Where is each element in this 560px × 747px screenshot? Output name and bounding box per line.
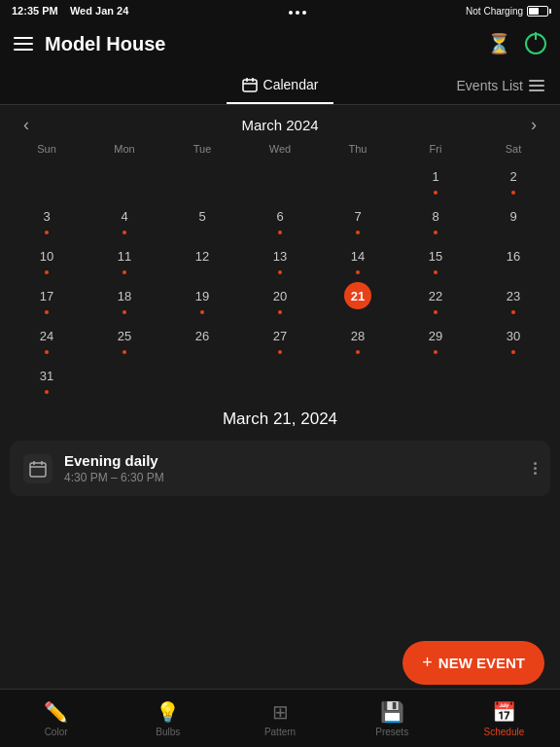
tab-calendar[interactable]: Calendar [227, 66, 334, 104]
power-icon[interactable] [525, 33, 546, 54]
tab-events-list-label: Events List [457, 78, 523, 93]
header-right: ⏳ [487, 32, 546, 55]
dot1 [289, 11, 293, 15]
calendar-day-number: 23 [500, 282, 527, 309]
calendar-day-cell[interactable]: 3 [8, 198, 86, 236]
calendar-day-number: 24 [33, 322, 60, 349]
calendar-day-cell[interactable] [241, 358, 319, 396]
calendar-day-cell[interactable]: 2 [474, 159, 552, 196]
calendar-day-cell[interactable] [163, 159, 241, 196]
status-bar: 12:35 PM Wed Jan 24 Not Charging [0, 0, 560, 21]
new-event-button[interactable]: + NEW EVENT [402, 641, 544, 685]
calendar-day-cell[interactable]: 1 [397, 159, 474, 196]
calendar-day-cell[interactable]: 9 [474, 198, 552, 236]
calendar-day-number [266, 162, 294, 190]
day-header-mon: Mon [86, 141, 163, 157]
nav-item-schedule[interactable]: 📅 Schedule [448, 700, 560, 737]
event-time: 4:30 PM – 6:30 PM [64, 471, 522, 484]
calendar-day-cell[interactable]: 10 [8, 238, 86, 276]
calendar-day-number: 20 [266, 282, 294, 309]
calendar-day-cell[interactable]: 6 [241, 198, 319, 236]
prev-month-button[interactable]: ‹ [16, 115, 37, 135]
bulb-icon: 💡 [156, 700, 180, 724]
calendar-day-cell[interactable]: 15 [397, 238, 474, 276]
not-charging-label: Not Charging [466, 6, 523, 17]
event-info: Evening daily 4:30 PM – 6:30 PM [64, 452, 522, 484]
calendar-day-number: 17 [33, 282, 60, 309]
calendar-day-cell[interactable]: 27 [241, 318, 319, 356]
calendar-day-cell[interactable]: 26 [163, 318, 241, 356]
calendar-day-cell[interactable]: 18 [86, 278, 163, 316]
schedule-icon: 📅 [492, 700, 516, 724]
calendar-day-dot [278, 270, 282, 274]
calendar-day-cell[interactable]: 17 [8, 278, 86, 316]
hamburger-menu-button[interactable] [14, 37, 33, 51]
calendar-day-cell[interactable]: 19 [163, 278, 241, 316]
calendar-day-cell[interactable]: 22 [397, 278, 474, 316]
day-header-tue: Tue [163, 141, 241, 157]
calendar-day-cell[interactable]: 11 [86, 238, 163, 276]
svg-rect-6 [529, 89, 544, 91]
calendar-day-cell[interactable] [86, 159, 163, 196]
list-icon [529, 80, 544, 91]
calendar-day-number: 10 [33, 242, 60, 269]
calendar-day-cell[interactable] [397, 358, 474, 396]
calendar-day-dot [511, 350, 515, 354]
calendar-day-cell[interactable]: 4 [86, 198, 163, 236]
event-card[interactable]: Evening daily 4:30 PM – 6:30 PM [10, 441, 550, 496]
calendar-day-cell[interactable]: 31 [8, 358, 86, 396]
status-date: Wed Jan 24 [70, 5, 128, 17]
calendar-day-cell[interactable]: 28 [319, 318, 397, 356]
calendar-day-cell[interactable]: 13 [241, 238, 319, 276]
calendar-day-cell[interactable]: 25 [86, 318, 163, 356]
calendar-day-dot [434, 231, 438, 234]
calendar-day-dot [511, 191, 515, 195]
calendar-day-number [189, 162, 216, 190]
calendar-day-dot [278, 310, 282, 314]
calendar-day-cell[interactable] [86, 358, 163, 396]
calendar-day-cell[interactable]: 24 [8, 318, 86, 356]
event-context-menu-button[interactable] [534, 462, 537, 475]
calendar-day-cell[interactable] [163, 358, 241, 396]
calendar-day-cell[interactable]: 8 [397, 198, 474, 236]
header-left: Model House [14, 33, 165, 55]
calendar-day-cell[interactable]: 21 [319, 278, 397, 316]
event-card-icon [23, 454, 52, 483]
status-time-date: 12:35 PM Wed Jan 24 [12, 5, 128, 17]
battery-level [529, 8, 539, 15]
calendar-day-cell[interactable]: 29 [397, 318, 474, 356]
nav-item-presets[interactable]: 💾 Presets [336, 700, 448, 737]
calendar-day-cell[interactable]: 30 [474, 318, 552, 356]
calendar-day-cell[interactable]: 14 [319, 238, 397, 276]
calendar-day-cell[interactable] [474, 358, 552, 396]
calendar-day-dot [45, 231, 49, 234]
calendar-day-cell[interactable]: 7 [319, 198, 397, 236]
calendar-day-cell[interactable] [241, 159, 319, 196]
calendar-day-cell[interactable]: 5 [163, 198, 241, 236]
calendar-day-dot [356, 350, 360, 354]
calendar-day-number [33, 162, 60, 190]
nav-item-pattern[interactable]: ⊞ Pattern [224, 700, 335, 737]
hourglass-icon[interactable]: ⏳ [487, 32, 511, 55]
tab-events-list[interactable]: Events List [457, 78, 544, 93]
calendar-day-number [111, 362, 138, 389]
calendar-day-cell[interactable]: 20 [241, 278, 319, 316]
nav-item-bulbs[interactable]: 💡 Bulbs [112, 700, 224, 737]
calendar-day-cell[interactable]: 12 [163, 238, 241, 276]
calendar-day-cell[interactable] [319, 358, 397, 396]
nav-label-bulbs: Bulbs [156, 727, 180, 737]
next-month-button[interactable]: › [523, 115, 544, 135]
calendar-day-cell[interactable]: 23 [474, 278, 552, 316]
calendar-day-number: 2 [500, 162, 527, 190]
status-center-dots [289, 7, 306, 15]
calendar-day-number: 27 [266, 322, 294, 349]
calendar-day-cell[interactable] [8, 159, 86, 196]
calendar-day-number: 28 [344, 322, 371, 349]
calendar-day-number: 26 [189, 322, 216, 349]
calendar-day-number [111, 162, 138, 190]
calendar-day-cell[interactable]: 16 [474, 238, 552, 276]
dot3 [302, 11, 306, 15]
calendar-month-year: March 2024 [241, 117, 318, 133]
nav-item-color[interactable]: ✏️ Color [0, 700, 112, 737]
calendar-day-cell[interactable] [319, 159, 397, 196]
